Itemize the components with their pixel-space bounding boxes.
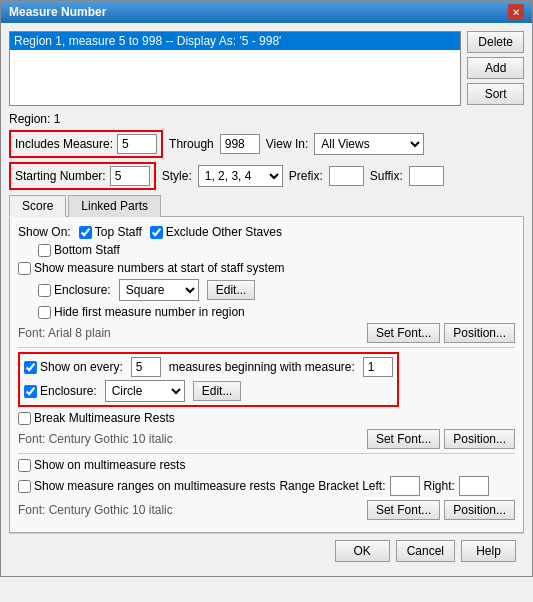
- break-multimeasure-label: Break Multimeasure Rests: [34, 411, 175, 425]
- style-select[interactable]: 1, 2, 3, 4: [198, 165, 283, 187]
- fields-row-1: Includes Measure: Through View In: All V…: [9, 130, 524, 158]
- style-label: Style:: [162, 169, 192, 183]
- show-ranges-row: Show measure ranges on multimeasure rest…: [18, 476, 515, 496]
- bottom-staff-checkbox[interactable]: [38, 244, 51, 257]
- cancel-button[interactable]: Cancel: [396, 540, 455, 562]
- exclude-other-staves-checkbox[interactable]: [150, 226, 163, 239]
- font2-label: Font: Century Gothic 10 italic: [18, 432, 173, 446]
- starting-number-group: Starting Number:: [9, 162, 156, 190]
- enclosure1-label: Enclosure:: [54, 283, 111, 297]
- set-font1-button[interactable]: Set Font...: [367, 323, 440, 343]
- font2-row: Font: Century Gothic 10 italic Set Font.…: [18, 429, 515, 449]
- bottom-bar: OK Cancel Help: [9, 533, 524, 568]
- top-staff-label: Top Staff: [95, 225, 142, 239]
- bottom-staff-label: Bottom Staff: [54, 243, 120, 257]
- tab-linked-parts[interactable]: Linked Parts: [68, 195, 161, 217]
- break-multimeasure-checkbox-label[interactable]: Break Multimeasure Rests: [18, 411, 175, 425]
- edit1-button[interactable]: Edit...: [207, 280, 256, 300]
- tabs: Score Linked Parts: [9, 194, 524, 217]
- starting-number-input[interactable]: [110, 166, 150, 186]
- break-multimeasure-row: Break Multimeasure Rests: [18, 411, 515, 425]
- show-on-multimeasure-label: Show on multimeasure rests: [34, 458, 185, 472]
- top-buttons: Delete Add Sort: [467, 31, 524, 106]
- hide-first-row: Hide first measure number in region: [38, 305, 515, 319]
- show-at-start-label: Show measure numbers at start of staff s…: [34, 261, 285, 275]
- enclosure2-select[interactable]: Square Circle None: [105, 380, 185, 402]
- show-on-row: Show On: Top Staff Exclude Other Staves: [18, 225, 515, 239]
- set-font2-button[interactable]: Set Font...: [367, 429, 440, 449]
- show-on-every-row: Show on every: measures beginning with m…: [24, 357, 393, 377]
- add-button[interactable]: Add: [467, 57, 524, 79]
- prefix-label: Prefix:: [289, 169, 323, 183]
- exclude-other-staves-label: Exclude Other Staves: [166, 225, 282, 239]
- hide-first-checkbox-label[interactable]: Hide first measure number in region: [38, 305, 245, 319]
- range-bracket-right-input[interactable]: [459, 476, 489, 496]
- view-in-select[interactable]: All Views: [314, 133, 424, 155]
- ok-button[interactable]: OK: [335, 540, 390, 562]
- break-multimeasure-checkbox[interactable]: [18, 412, 31, 425]
- show-on-every-input[interactable]: [131, 357, 161, 377]
- enclosure1-checkbox-label[interactable]: Enclosure:: [38, 283, 111, 297]
- exclude-other-staves-checkbox-label[interactable]: Exclude Other Staves: [150, 225, 282, 239]
- enclosure1-row: Enclosure: Square Circle None Edit...: [38, 279, 515, 301]
- region-list[interactable]: Region 1, measure 5 to 998 -- Display As…: [9, 31, 461, 106]
- show-ranges-checkbox[interactable]: [18, 480, 31, 493]
- help-button[interactable]: Help: [461, 540, 516, 562]
- top-staff-checkbox-label[interactable]: Top Staff: [79, 225, 142, 239]
- bottom-staff-row: Bottom Staff: [38, 243, 515, 257]
- prefix-input[interactable]: [329, 166, 364, 186]
- bottom-staff-checkbox-label[interactable]: Bottom Staff: [38, 243, 120, 257]
- range-bracket-left-label: Range Bracket Left:: [279, 479, 385, 493]
- show-at-start-checkbox-label[interactable]: Show measure numbers at start of staff s…: [18, 261, 285, 275]
- show-on-every-checkbox[interactable]: [24, 361, 37, 374]
- top-staff-checkbox[interactable]: [79, 226, 92, 239]
- top-section: Region 1, measure 5 to 998 -- Display As…: [9, 31, 524, 106]
- measures-beginning-label: measures beginning with measure:: [169, 360, 355, 374]
- enclosure2-checkbox[interactable]: [24, 385, 37, 398]
- show-at-start-checkbox[interactable]: [18, 262, 31, 275]
- list-item[interactable]: Region 1, measure 5 to 998 -- Display As…: [10, 32, 460, 50]
- close-button[interactable]: ✕: [508, 4, 524, 20]
- show-on-multimeasure-checkbox-label[interactable]: Show on multimeasure rests: [18, 458, 185, 472]
- font2-buttons: Set Font... Position...: [367, 429, 515, 449]
- tab-score[interactable]: Score: [9, 195, 66, 217]
- show-on-label: Show On:: [18, 225, 71, 239]
- delete-button[interactable]: Delete: [467, 31, 524, 53]
- font1-buttons: Set Font... Position...: [367, 323, 515, 343]
- range-bracket-right-label: Right:: [424, 479, 455, 493]
- show-on-every-group: Show on every: measures beginning with m…: [18, 352, 399, 407]
- position3-button[interactable]: Position...: [444, 500, 515, 520]
- fields-row-2: Starting Number: Style: 1, 2, 3, 4 Prefi…: [9, 162, 524, 190]
- font3-label: Font: Century Gothic 10 italic: [18, 503, 173, 517]
- enclosure1-checkbox[interactable]: [38, 284, 51, 297]
- includes-measure-group: Includes Measure:: [9, 130, 163, 158]
- show-on-every-checkbox-label[interactable]: Show on every:: [24, 360, 123, 374]
- hide-first-label: Hide first measure number in region: [54, 305, 245, 319]
- show-on-multimeasure-checkbox[interactable]: [18, 459, 31, 472]
- hide-first-checkbox[interactable]: [38, 306, 51, 319]
- show-ranges-label: Show measure ranges on multimeasure rest…: [34, 479, 275, 493]
- window-title: Measure Number: [9, 5, 106, 19]
- tab-content-score: Show On: Top Staff Exclude Other Staves …: [9, 217, 524, 533]
- show-on-multimeasure-row: Show on multimeasure rests: [18, 458, 515, 472]
- enclosure1-select[interactable]: Square Circle None: [119, 279, 199, 301]
- show-at-start-row: Show measure numbers at start of staff s…: [18, 261, 515, 275]
- sort-button[interactable]: Sort: [467, 83, 524, 105]
- position2-button[interactable]: Position...: [444, 429, 515, 449]
- includes-measure-input[interactable]: [117, 134, 157, 154]
- region-label: Region: 1: [9, 112, 524, 126]
- position1-button[interactable]: Position...: [444, 323, 515, 343]
- enclosure2-row: Enclosure: Square Circle None Edit...: [24, 380, 393, 402]
- enclosure2-checkbox-label[interactable]: Enclosure:: [24, 384, 97, 398]
- measure-number-window: Measure Number ✕ Region 1, measure 5 to …: [0, 0, 533, 577]
- through-input[interactable]: [220, 134, 260, 154]
- edit2-button[interactable]: Edit...: [193, 381, 242, 401]
- measures-beginning-input[interactable]: [363, 357, 393, 377]
- font3-row: Font: Century Gothic 10 italic Set Font.…: [18, 500, 515, 520]
- suffix-label: Suffix:: [370, 169, 403, 183]
- suffix-input[interactable]: [409, 166, 444, 186]
- set-font3-button[interactable]: Set Font...: [367, 500, 440, 520]
- font1-label: Font: Arial 8 plain: [18, 326, 111, 340]
- range-bracket-left-input[interactable]: [390, 476, 420, 496]
- show-ranges-checkbox-label[interactable]: Show measure ranges on multimeasure rest…: [18, 479, 275, 493]
